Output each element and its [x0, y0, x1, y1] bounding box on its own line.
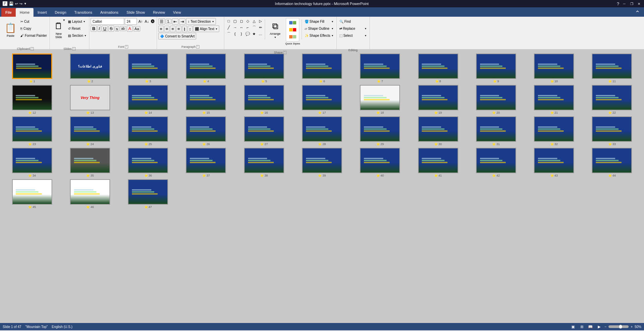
slide-item[interactable]: ⭐24: [62, 116, 118, 146]
slide-item[interactable]: ⭐39: [294, 148, 350, 177]
slide-item[interactable]: ⭐11: [584, 53, 640, 83]
slide-item[interactable]: ⭐41: [410, 148, 466, 177]
section-button[interactable]: ▤ Section ▼: [67, 32, 88, 39]
slide-thumbnail[interactable]: [12, 148, 52, 173]
paste-button[interactable]: 📋 Paste: [3, 18, 18, 41]
slide-thumbnail[interactable]: [360, 85, 400, 110]
slide-thumbnail[interactable]: [12, 53, 52, 79]
slide-thumbnail[interactable]: [418, 148, 458, 173]
shape-effects-button[interactable]: ✨ Shape Effects ▼: [303, 32, 335, 39]
slide-item[interactable]: ⭐1: [4, 53, 60, 83]
slide-thumbnail[interactable]: [534, 53, 574, 79]
slide-thumbnail[interactable]: [70, 179, 110, 205]
slide-item[interactable]: ⭐33: [584, 116, 640, 146]
slide-item[interactable]: ⭐8: [410, 53, 466, 83]
slide-item[interactable]: ⭐29: [352, 116, 408, 146]
slides-panel[interactable]: ⭐1فناوری اطلاعات؟⭐2⭐3⭐4⭐5⭐6⭐7⭐8⭐9⭐10⭐11⭐…: [0, 49, 644, 323]
font-expand-icon[interactable]: ⌃: [125, 45, 128, 48]
close-button[interactable]: ✕: [637, 1, 641, 6]
slide-item[interactable]: فناوری اطلاعات؟⭐2: [62, 53, 118, 83]
shape-outline-button[interactable]: ▱ Shape Outline ▼: [303, 25, 335, 32]
slide-item[interactable]: ⭐3: [120, 53, 176, 83]
slide-item[interactable]: ⭐32: [526, 116, 582, 146]
tab-view[interactable]: View: [169, 8, 185, 17]
font-size-input[interactable]: 24: [125, 18, 137, 25]
slide-thumbnail[interactable]: [128, 179, 168, 205]
font-name-input[interactable]: Calibri: [91, 18, 124, 25]
align-center-button[interactable]: ≡: [164, 26, 170, 32]
slide-thumbnail[interactable]: [360, 116, 400, 142]
indent-decrease-button[interactable]: ⇤: [172, 18, 178, 25]
redo-icon[interactable]: ↪: [19, 2, 22, 6]
convert-smartart-button[interactable]: 🔷 Convert to SmartArt: [158, 33, 196, 39]
slide-item[interactable]: ⭐21: [526, 85, 582, 114]
shape-bracket-btn[interactable]: {: [232, 31, 238, 37]
zoom-slider[interactable]: [609, 325, 629, 328]
slide-thumbnail[interactable]: [128, 116, 168, 142]
shape-tri-btn[interactable]: △: [251, 18, 257, 24]
slide-item[interactable]: ⭐15: [178, 85, 234, 114]
tab-design[interactable]: Design: [51, 8, 70, 17]
slide-thumbnail[interactable]: Very Thing: [70, 85, 110, 110]
bullets-button[interactable]: ☰: [158, 18, 165, 25]
shadow-button[interactable]: s: [115, 26, 119, 31]
slide-sorter-button[interactable]: ⊞: [578, 324, 585, 329]
slide-thumbnail[interactable]: [476, 53, 516, 79]
slide-item[interactable]: ⭐22: [584, 85, 640, 114]
underline-button[interactable]: U: [102, 25, 107, 32]
italic-button[interactable]: I: [97, 25, 101, 32]
help-icon[interactable]: ?: [617, 1, 619, 6]
minimize-button[interactable]: ─: [622, 1, 627, 6]
slide-item[interactable]: ⭐4: [178, 53, 234, 83]
slide-thumbnail[interactable]: [592, 53, 632, 79]
slide-item[interactable]: ⭐46: [62, 179, 118, 209]
zoom-in-button[interactable]: +: [631, 325, 633, 329]
tab-file[interactable]: File: [1, 8, 16, 17]
restore-button[interactable]: ❐: [629, 1, 634, 6]
tab-insert[interactable]: Insert: [33, 8, 51, 17]
indent-increase-button[interactable]: ⇥: [179, 18, 185, 25]
slide-item[interactable]: ⭐30: [410, 116, 466, 146]
replace-button[interactable]: ⇄ Replace ▼: [338, 25, 368, 32]
paragraph-expand-icon[interactable]: ⌃: [196, 45, 199, 48]
customize-qat-icon[interactable]: ▼: [24, 2, 27, 5]
new-slide-arrow[interactable]: ▼: [63, 19, 65, 22]
normal-view-button[interactable]: ▣: [570, 324, 576, 329]
shape-snip-rect-btn[interactable]: ◻: [238, 18, 244, 24]
shape-callout-btn[interactable]: 💬: [245, 31, 251, 37]
slide-item[interactable]: ⭐23: [4, 116, 60, 146]
shape-more-btn[interactable]: …: [257, 31, 263, 37]
slide-item[interactable]: ⭐28: [294, 116, 350, 146]
bold-button[interactable]: B: [91, 25, 96, 32]
slide-item[interactable]: Very Thing⭐13: [62, 85, 118, 114]
slide-thumbnail[interactable]: [128, 85, 168, 110]
char-spacing-button[interactable]: ab: [120, 26, 126, 31]
slide-item[interactable]: ⭐27: [236, 116, 292, 146]
slide-thumbnail[interactable]: [534, 148, 574, 173]
reset-button[interactable]: ↺ Reset: [67, 25, 88, 32]
slide-thumbnail[interactable]: [186, 148, 226, 173]
align-right-button[interactable]: ≡: [170, 26, 175, 32]
slide-thumbnail[interactable]: [302, 53, 342, 79]
slide-item[interactable]: ⭐14: [120, 85, 176, 114]
tab-slideshow[interactable]: Slide Show: [123, 8, 149, 17]
slide-thumbnail[interactable]: [592, 85, 632, 110]
select-button[interactable]: ⬚ Select ▼: [338, 32, 368, 39]
tab-animations[interactable]: Animations: [96, 8, 122, 17]
slide-item[interactable]: ⭐35: [62, 148, 118, 177]
slide-thumbnail[interactable]: [592, 116, 632, 142]
slide-thumbnail[interactable]: [418, 85, 458, 110]
decrease-font-button[interactable]: A↓: [144, 19, 150, 24]
slide-thumbnail[interactable]: [244, 53, 284, 79]
shape-star-btn[interactable]: ★: [251, 31, 257, 37]
slide-thumbnail[interactable]: [418, 53, 458, 79]
slide-thumbnail[interactable]: [534, 116, 574, 142]
shape-double-arrow-btn[interactable]: ↔: [238, 24, 244, 30]
slide-item[interactable]: ⭐7: [352, 53, 408, 83]
slide-item[interactable]: ⭐20: [468, 85, 524, 114]
strikethrough-button[interactable]: S: [108, 25, 114, 32]
slide-thumbnail[interactable]: [12, 85, 52, 110]
tab-transitions[interactable]: Transitions: [70, 8, 96, 17]
slide-thumbnail[interactable]: [186, 85, 226, 110]
align-text-button[interactable]: ⬛ Align Text ▼: [193, 25, 219, 32]
